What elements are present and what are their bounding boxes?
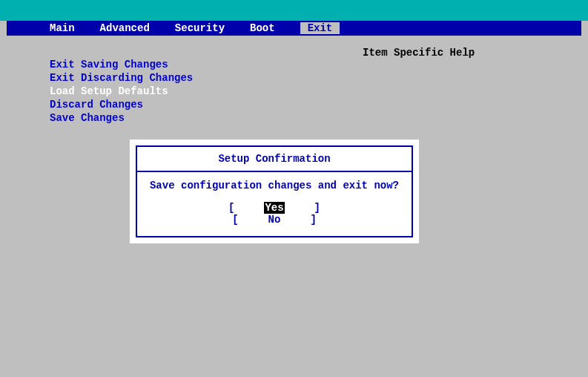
dialog-title: Setup Confirmation <box>137 147 412 172</box>
confirmation-dialog: Setup Confirmation Save configuration ch… <box>130 140 419 243</box>
menu-bar: Main Advanced Security Boot Exit <box>7 21 581 36</box>
yes-button[interactable]: [Yes] <box>228 202 320 214</box>
exit-saving-changes[interactable]: Exit Saving Changes <box>50 58 193 71</box>
main-area: Exit Saving Changes Exit Discarding Chan… <box>7 36 581 373</box>
help-pane: Item Specific Help <box>363 47 475 59</box>
discard-changes[interactable]: Discard Changes <box>50 98 193 111</box>
menu-security[interactable]: Security <box>175 22 225 34</box>
menu-exit[interactable]: Exit <box>300 22 340 34</box>
no-button[interactable]: [No] <box>232 214 317 226</box>
save-changes[interactable]: Save Changes <box>50 111 193 125</box>
dialog-message: Save configuration changes and exit now? <box>137 172 412 202</box>
menu-main[interactable]: Main <box>50 22 75 34</box>
no-button-label: No <box>268 214 281 226</box>
load-setup-defaults[interactable]: Load Setup Defaults <box>50 85 193 98</box>
dialog-inner: Setup Confirmation Save configuration ch… <box>136 145 413 237</box>
menu-advanced[interactable]: Advanced <box>100 22 150 34</box>
yes-button-label: Yes <box>264 202 284 214</box>
exit-menu: Exit Saving Changes Exit Discarding Chan… <box>50 58 193 125</box>
menu-boot[interactable]: Boot <box>250 22 275 34</box>
dialog-buttons: [Yes] [No] <box>137 202 412 236</box>
exit-discarding-changes[interactable]: Exit Discarding Changes <box>50 71 193 85</box>
title-bar <box>0 0 588 21</box>
help-title: Item Specific Help <box>363 47 475 59</box>
